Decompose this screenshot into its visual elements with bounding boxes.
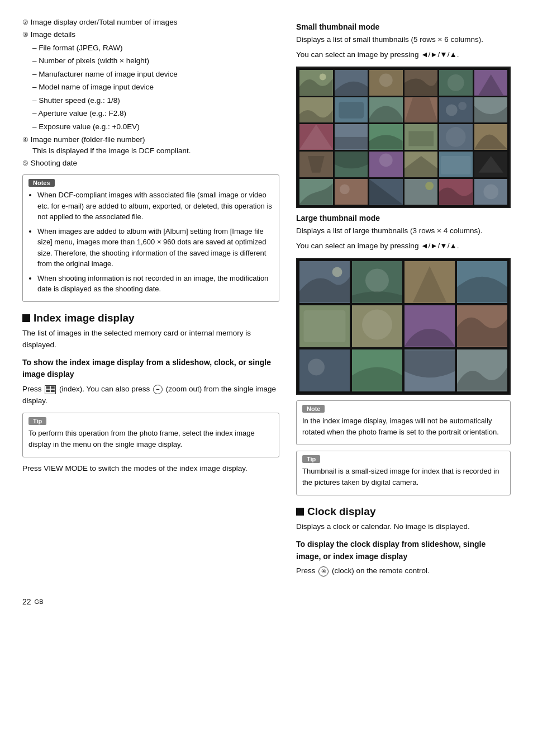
index-desc: The list of images in the selected memor… xyxy=(22,328,279,351)
thumb-cell xyxy=(299,124,333,150)
tip-header-right: Tip xyxy=(302,455,320,463)
thumb-cell-large xyxy=(299,305,350,347)
to-display-title: To display the clock display from slides… xyxy=(296,538,511,563)
thumb-cell xyxy=(404,97,438,123)
thumb-cell xyxy=(335,179,368,205)
svg-rect-15 xyxy=(441,156,471,174)
svg-point-19 xyxy=(483,184,498,199)
item-3: ③ Image details File format (JPEG, RAW) … xyxy=(22,29,279,133)
svg-point-16 xyxy=(339,184,349,194)
sub-item-3: Manufacturer name of image input device xyxy=(32,68,279,81)
thumb-cell xyxy=(335,152,368,177)
svg-rect-12 xyxy=(408,131,434,147)
to-show-text-1: Press xyxy=(22,385,42,393)
thumb-cell xyxy=(474,124,508,150)
note-1: When DCF-compliant images with associate… xyxy=(37,190,273,223)
note-box-right: Note In the index image display, images … xyxy=(296,400,511,445)
thumb-cell xyxy=(474,97,508,123)
small-thumb-title: Small thumbnail mode xyxy=(296,22,511,31)
thumb-cell xyxy=(404,152,438,177)
to-show-paragraph: Press (index). You can also press − (zoo… xyxy=(22,384,279,407)
thumb-cell xyxy=(369,124,403,150)
tip-header-left: Tip xyxy=(28,417,46,425)
thumb-cell xyxy=(439,179,473,205)
svg-rect-1 xyxy=(51,386,55,388)
section-square-icon xyxy=(22,314,30,322)
thumb-cell xyxy=(369,179,403,205)
small-thumbnail-grid xyxy=(296,67,511,208)
svg-point-23 xyxy=(362,309,392,339)
thumb-cell xyxy=(299,152,333,177)
clock-desc: Displays a clock or calendar. No image i… xyxy=(296,521,511,533)
to-display-paragraph: Press ④ (clock) on the remote control. xyxy=(296,565,511,577)
svg-point-7 xyxy=(448,74,464,91)
thumb-cell-large xyxy=(404,261,455,303)
thumb-cell-large xyxy=(352,349,402,391)
thumb-cell xyxy=(474,179,508,205)
item-2-text: Image display order/Total number of imag… xyxy=(31,18,178,26)
sub-item-5: Shutter speed (e.g.: 1/8) xyxy=(32,94,279,107)
thumb-cell xyxy=(404,70,438,96)
large-thumb-title: Large thumbnail mode xyxy=(296,214,511,223)
small-thumb-desc: Displays a list of small thumbnails (5 r… xyxy=(296,34,511,46)
thumb-cell xyxy=(439,70,473,96)
svg-point-6 xyxy=(379,73,393,87)
thumb-cell xyxy=(474,152,508,177)
tip-box-right: Tip Thumbnail is a small-sized image for… xyxy=(296,451,511,495)
sub-item-7: Exposure value (e.g.: +0.0EV) xyxy=(32,121,279,133)
svg-point-14 xyxy=(379,154,393,167)
thumb-cell xyxy=(404,124,438,150)
thumb-cell xyxy=(299,179,333,205)
svg-point-21 xyxy=(365,268,389,292)
item-2: ② Image display order/Total number of im… xyxy=(22,17,279,28)
small-thumb-select: You can select an image by pressing ◄/►/… xyxy=(296,49,511,61)
svg-point-20 xyxy=(332,267,342,277)
item-4-sub: This is displayed if the image is DCF co… xyxy=(22,147,191,155)
to-display-text-2: (clock) on the remote control. xyxy=(332,566,430,575)
thumb-cell-large xyxy=(299,349,350,391)
thumb-cell-large xyxy=(457,305,507,347)
to-show-title: To show the index image display from a s… xyxy=(22,357,279,381)
thumb-cell xyxy=(439,97,473,123)
svg-point-4 xyxy=(320,73,326,80)
thumb-cell-large xyxy=(299,261,350,303)
large-thumb-select: You can select an image by pressing ◄/►/… xyxy=(296,240,511,252)
item-4-text: Image number (folder-file number) xyxy=(31,135,145,144)
svg-point-10 xyxy=(458,102,467,110)
sub-item-2: Number of pixels (width × height) xyxy=(32,55,279,67)
svg-point-9 xyxy=(446,104,458,116)
thumb-cell xyxy=(299,97,333,123)
svg-rect-8 xyxy=(339,102,364,119)
thumb-cell xyxy=(299,70,333,96)
zoom-out-icon: − xyxy=(153,385,163,394)
page-footer: 22 GB xyxy=(22,597,511,606)
thumb-cell-large xyxy=(457,349,507,391)
item-3-text: Image details xyxy=(31,30,75,39)
notes-box: Notes When DCF-compliant images with ass… xyxy=(22,174,279,302)
svg-rect-11 xyxy=(335,137,368,149)
large-thumbnail-grid xyxy=(296,258,511,395)
item-4: ④ Image number (folder-file number) This… xyxy=(22,134,279,157)
index-title-text: Index image display xyxy=(34,312,135,324)
clock-section-title: Clock display xyxy=(296,505,511,518)
clock-icon: ④ xyxy=(318,566,329,577)
svg-point-13 xyxy=(446,127,466,147)
tip-text-left: To perform this operation from the photo… xyxy=(28,428,273,450)
note-text-right: In the index image display, images will … xyxy=(302,415,505,438)
note-header-right: Note xyxy=(302,405,325,413)
thumb-cell-large xyxy=(404,349,455,391)
thumb-cell xyxy=(335,70,368,96)
thumb-cell xyxy=(369,97,403,123)
note-3: When shooting information is not recorde… xyxy=(37,273,273,295)
tip-text-right: Thumbnail is a small-sized image for ind… xyxy=(302,466,505,488)
thumb-cell xyxy=(335,97,368,123)
thumb-cell xyxy=(369,152,403,177)
svg-rect-3 xyxy=(51,389,55,391)
thumb-cell xyxy=(369,70,403,96)
clock-title-text: Clock display xyxy=(307,505,376,518)
large-thumb-desc: Displays a list of large thumbnails (3 r… xyxy=(296,225,511,237)
left-column: ② Image display order/Total number of im… xyxy=(22,17,279,580)
page-locale: GB xyxy=(35,598,44,605)
svg-rect-22 xyxy=(304,310,346,342)
svg-rect-17 xyxy=(404,179,438,204)
